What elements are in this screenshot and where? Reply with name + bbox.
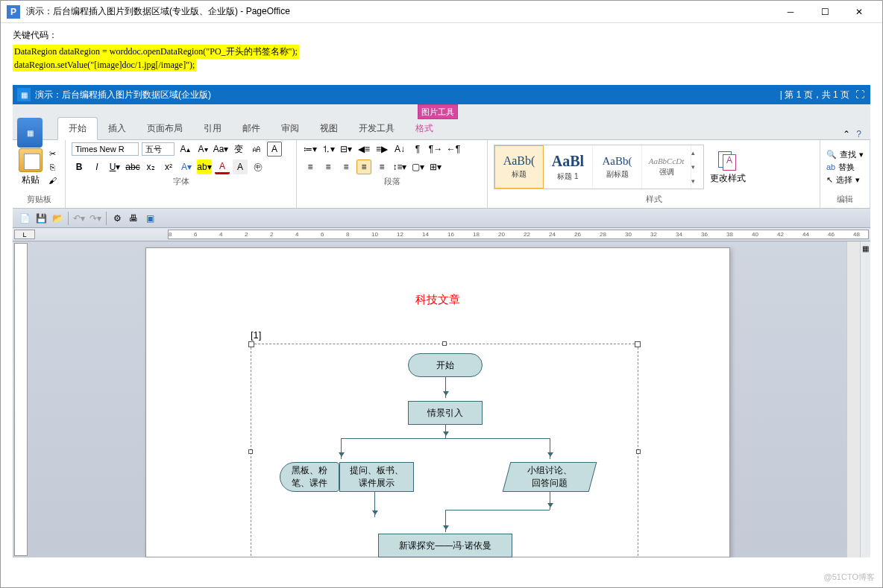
- strike-button[interactable]: abc: [125, 159, 140, 174]
- highlight-button[interactable]: ab▾: [197, 159, 212, 174]
- format-painter-icon[interactable]: 🖌: [45, 174, 59, 186]
- doc-icon: ▦: [17, 88, 31, 101]
- app-icon: P: [7, 5, 20, 19]
- shrink-font-icon[interactable]: A▾: [195, 142, 210, 157]
- copy-icon[interactable]: ⎘: [45, 161, 59, 173]
- document-heading: 科技文章: [251, 293, 625, 307]
- italic-button[interactable]: I: [89, 159, 104, 174]
- numbering-button[interactable]: ⒈▾: [321, 142, 336, 157]
- indent-increase-button[interactable]: ≡▶: [374, 142, 389, 157]
- flow-left2: 提问、板书、 课件展示: [339, 462, 414, 492]
- subscript-button[interactable]: x₂: [143, 159, 158, 174]
- style-item-emphasis[interactable]: AaBbCcDt强调: [642, 145, 691, 189]
- rtl-button[interactable]: ←¶: [446, 142, 461, 157]
- close-button[interactable]: ✕: [842, 1, 876, 23]
- flowchart: 开始 情景引入 黑板、粉 笔、课件 提问、板书、 课件展示 小组讨论、 回答问题: [251, 344, 638, 557]
- page-viewport[interactable]: 科技文章 [1] 开始 情景引入: [29, 241, 846, 557]
- show-marks-button[interactable]: ¶: [410, 142, 425, 157]
- office-button[interactable]: ▦: [17, 118, 43, 148]
- qat-save-icon[interactable]: 💾: [34, 211, 48, 226]
- tab-format[interactable]: 格式: [405, 118, 444, 139]
- line-spacing-button[interactable]: ↕≡▾: [392, 159, 407, 174]
- horizontal-ruler[interactable]: 8642246810121416182022242628303234363840…: [168, 230, 869, 239]
- align-justify-button[interactable]: ≡: [356, 159, 371, 174]
- font-size-select[interactable]: [142, 142, 175, 156]
- expand-icon[interactable]: ⛶: [854, 89, 866, 101]
- grow-font-icon[interactable]: A▴: [177, 142, 192, 157]
- multilevel-button[interactable]: ⊟▾: [339, 142, 353, 157]
- window-controls: ─ ☐ ✕: [773, 1, 876, 23]
- vertical-scrollbar[interactable]: [846, 241, 860, 557]
- gallery-more-icon[interactable]: ▾: [691, 177, 703, 185]
- ribbon-tabs: 开始 插入 页面布局 引用 邮件 审阅 视图 开发工具 格式 ⌃ ?: [13, 119, 870, 140]
- superscript-button[interactable]: x²: [161, 159, 176, 174]
- ruler-corner[interactable]: L: [14, 230, 35, 239]
- enclose-char-button[interactable]: ㊥: [251, 159, 265, 174]
- tab-developer[interactable]: 开发工具: [348, 118, 405, 139]
- paste-icon: [19, 148, 43, 172]
- context-tab-row: 图片工具: [13, 104, 870, 119]
- style-item-heading1[interactable]: AaBl标题 1: [544, 145, 593, 189]
- qat-open-icon[interactable]: 📂: [50, 211, 65, 226]
- align-left-button[interactable]: ≡: [303, 159, 318, 174]
- code-line-1: DataRegion dataRegion = worddoc.openData…: [13, 45, 299, 59]
- borders-button[interactable]: ⊞▾: [428, 159, 443, 174]
- view-ruler-icon[interactable]: ▦: [862, 244, 869, 253]
- gallery-down-icon[interactable]: ▾: [691, 163, 703, 171]
- find-button[interactable]: 🔍查找▾: [826, 149, 864, 160]
- group-paragraph: ≔▾ ⒈▾ ⊟▾ ◀≡ ≡▶ A↓ ¶ ¶→ ←¶ ≡ ≡: [297, 140, 488, 208]
- phonetic-icon[interactable]: 变: [231, 142, 246, 157]
- help-icon[interactable]: ?: [856, 129, 861, 139]
- qat-fullscreen-icon[interactable]: ▣: [142, 211, 157, 226]
- replace-button[interactable]: ab替换: [826, 162, 864, 173]
- style-item-subtitle[interactable]: AaBb(副标题: [593, 145, 642, 189]
- change-case-icon[interactable]: Aa▾: [213, 142, 228, 157]
- tab-view[interactable]: 视图: [309, 118, 348, 139]
- collapse-ribbon-icon[interactable]: ⌃: [843, 129, 850, 139]
- font-family-select[interactable]: [72, 142, 139, 156]
- align-right-button[interactable]: ≡: [339, 159, 353, 174]
- tab-references[interactable]: 引用: [193, 118, 232, 139]
- distribute-button[interactable]: ≡: [374, 159, 389, 174]
- flow-start: 开始: [408, 353, 483, 377]
- titlebar: P 演示：后台编程插入图片到数据区域(专业版、企业版) - PageOffice…: [1, 1, 882, 23]
- indent-decrease-button[interactable]: ◀≡: [356, 142, 371, 157]
- group-edit: 🔍查找▾ ab替换 ↖选择▾ 编辑: [820, 140, 870, 208]
- group-font-label: 字体: [72, 174, 290, 189]
- style-item-title[interactable]: AaBb(标题: [494, 145, 544, 189]
- qat-redo-icon[interactable]: ↷▾: [88, 211, 103, 226]
- inserted-image[interactable]: 开始 情景引入 黑板、粉 笔、课件 提问、板书、 课件展示 小组讨论、 回答问题: [251, 344, 638, 557]
- shading-button[interactable]: ▢▾: [410, 159, 425, 174]
- minimize-button[interactable]: ─: [773, 1, 808, 23]
- qat-undo-icon[interactable]: ↶▾: [72, 211, 87, 226]
- char-border-icon[interactable]: A: [267, 142, 282, 157]
- qat-props-icon[interactable]: ⚙: [110, 211, 125, 226]
- qat-print-icon[interactable]: 🖶: [126, 211, 141, 226]
- tab-layout[interactable]: 页面布局: [136, 118, 193, 139]
- flow-left1: 黑板、粉 笔、课件: [280, 462, 339, 492]
- clear-format-icon[interactable]: 🗚: [249, 142, 264, 157]
- qat-new-icon[interactable]: 📄: [17, 211, 32, 226]
- underline-button[interactable]: U▾: [107, 159, 122, 174]
- tab-review[interactable]: 审阅: [271, 118, 309, 139]
- flow-intro: 情景引入: [408, 401, 483, 425]
- tab-home[interactable]: 开始: [57, 117, 98, 140]
- ltr-button[interactable]: ¶→: [428, 142, 443, 157]
- char-shading-button[interactable]: A: [233, 159, 248, 174]
- sort-button[interactable]: A↓: [392, 142, 407, 157]
- tab-insert[interactable]: 插入: [98, 118, 136, 139]
- styles-gallery[interactable]: AaBb(标题 AaBl标题 1 AaBb(副标题 AaBbCcDt强调 ▴▾▾: [494, 145, 704, 189]
- select-button[interactable]: ↖选择▾: [826, 174, 864, 186]
- bullets-button[interactable]: ≔▾: [303, 142, 318, 157]
- vertical-ruler[interactable]: [14, 243, 28, 556]
- align-center-button[interactable]: ≡: [321, 159, 336, 174]
- text-effect-button[interactable]: A▾: [179, 159, 194, 174]
- gallery-up-icon[interactable]: ▴: [691, 149, 703, 157]
- font-color-button[interactable]: A: [215, 159, 230, 174]
- bold-button[interactable]: B: [72, 159, 87, 174]
- change-style-button[interactable]: A 更改样式: [710, 150, 746, 185]
- maximize-button[interactable]: ☐: [808, 1, 842, 23]
- tab-mail[interactable]: 邮件: [232, 118, 271, 139]
- cut-icon[interactable]: ✂: [45, 148, 59, 159]
- paste-button[interactable]: 粘贴: [19, 148, 43, 186]
